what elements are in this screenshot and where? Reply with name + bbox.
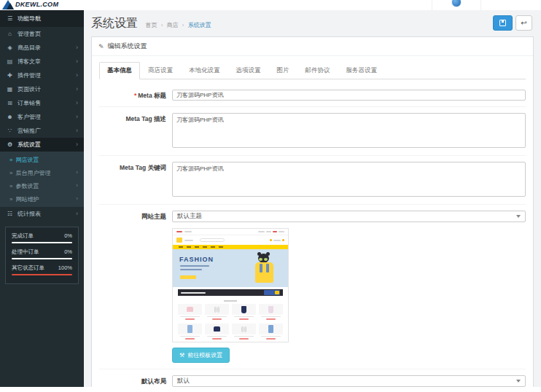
sidebar-toggle[interactable]: ☰ 功能导航 xyxy=(0,10,84,27)
breadcrumb-separator: › xyxy=(182,22,184,28)
panel-title: 编辑系统设置 xyxy=(108,42,147,51)
save-floppy-icon xyxy=(499,20,506,26)
submenu-item-admin-users[interactable]: » 后台用户管理 › xyxy=(0,166,84,179)
sidebar-item-reports[interactable]: ☷ 统计报表 › xyxy=(0,207,84,221)
tab-options[interactable]: 选项设置 xyxy=(228,62,269,79)
form-group-meta-keywords: Meta Tag 关键词 刀客源码PHP资讯 xyxy=(99,156,526,205)
required-asterisk: * xyxy=(134,92,136,99)
save-button[interactable] xyxy=(493,15,513,31)
preview-product xyxy=(259,324,283,341)
system-settings-submenu: » 网店设置 » 后台用户管理 › » 参数设置 › » xyxy=(0,152,84,207)
sidebar-item-dashboard[interactable]: ⌂ 管理首页 xyxy=(0,27,84,41)
sidebar-item-system-settings[interactable]: ⚙ 系统设置 › xyxy=(0,138,84,152)
monitor-icon: ▦ xyxy=(6,86,14,93)
preview-promo-strip xyxy=(178,289,283,296)
breadcrumb-current[interactable]: 系统设置 xyxy=(188,22,211,28)
sidebar-item-design[interactable]: ▦ 页面设计 › xyxy=(0,82,84,96)
preview-model-figure xyxy=(253,252,278,284)
main-content: 系统设置 首页 › 商店 › 系统设置 ↩ xyxy=(84,10,541,387)
form-group-meta-title: *Meta 标题 xyxy=(99,84,526,107)
preview-logo-row xyxy=(173,235,288,245)
order-stats-panel: 完成订单 0% 处理中订单 0% 其它状态订单 100% xyxy=(5,227,79,284)
sidebar-item-extensions[interactable]: ✚ 插件管理 › xyxy=(0,68,84,82)
bullet-icon: » xyxy=(9,196,12,203)
chevron-right-icon: › xyxy=(76,128,78,134)
tab-store[interactable]: 商店设置 xyxy=(140,62,181,79)
bullet-icon: » xyxy=(9,170,12,176)
chevron-right-icon: › xyxy=(76,141,78,148)
go-to-template-settings-button[interactable]: ⚒ 前往模板设置 xyxy=(172,348,230,363)
chevron-right-icon: › xyxy=(76,196,78,202)
progress-bar xyxy=(12,258,72,259)
preview-banner-button xyxy=(180,275,196,279)
back-arrow-icon: ↩ xyxy=(521,20,526,27)
settings-form: *Meta 标题 Meta Tag 描述 刀客源码PHP资讯 xyxy=(99,79,526,387)
sidebar: ☰ 功能导航 ⌂ 管理首页 ◈ 商品目录 › ▤ 博客文章 › xyxy=(0,10,84,387)
layout: ☰ 功能导航 ⌂ 管理首页 ◈ 商品目录 › ▤ 博客文章 › xyxy=(0,10,541,387)
header-action-buttons: ↩ xyxy=(493,15,532,31)
tab-image[interactable]: 图片 xyxy=(269,62,297,79)
settings-panel: ✎ 编辑系统设置 基本信息 商店设置 本地化设置 选项设置 图片 邮件协议 服务… xyxy=(91,36,534,387)
chevron-right-icon: › xyxy=(76,72,78,79)
logo-icon xyxy=(2,0,14,9)
progress-bar xyxy=(12,242,72,243)
preview-product xyxy=(178,304,202,321)
page-title: 系统设置 xyxy=(91,17,138,29)
sidebar-header-label: 功能导航 xyxy=(17,15,41,23)
hamburger-icon: ☰ xyxy=(6,15,14,22)
chevron-right-icon: › xyxy=(76,114,78,120)
sidebar-item-orders[interactable]: ⊞ 订单销售 › xyxy=(0,96,84,110)
preview-product xyxy=(232,324,256,341)
tag-icon: ◈ xyxy=(6,44,14,51)
tab-mail[interactable]: 邮件协议 xyxy=(297,62,338,79)
meta-description-textarea[interactable]: 刀客源码PHP资讯 xyxy=(172,113,526,148)
sidebar-item-customers[interactable]: ☻ 客户管理 › xyxy=(0,110,84,124)
bar-chart-icon: ☷ xyxy=(6,211,14,217)
breadcrumb-store[interactable]: 商店 xyxy=(167,22,179,28)
topbar-user-menu[interactable] xyxy=(432,0,481,10)
cart-icon: ⊞ xyxy=(6,100,14,106)
theme-preview-image: FASHION xyxy=(172,228,289,342)
caret-down-icon xyxy=(516,380,521,383)
sidebar-menu: ⌂ 管理首页 ◈ 商品目录 › ▤ 博客文章 › ✚ 插件管理 › xyxy=(0,27,84,221)
sidebar-item-marketing[interactable]: ∵ 营销推广 › xyxy=(0,124,84,138)
tab-localisation[interactable]: 本地化设置 xyxy=(181,62,228,79)
breadcrumb-home[interactable]: 首页 xyxy=(145,22,157,28)
preview-product-grid xyxy=(173,303,288,341)
preview-logo xyxy=(176,238,182,243)
user-avatar-icon xyxy=(451,0,462,7)
submenu-item-parameters[interactable]: » 参数设置 › xyxy=(0,179,84,192)
logo[interactable]: DKEWL.COM xyxy=(2,0,58,9)
chevron-right-icon: › xyxy=(76,100,78,106)
preview-product xyxy=(178,324,202,341)
back-button[interactable]: ↩ xyxy=(515,15,532,31)
topbar: DKEWL.COM xyxy=(0,0,541,10)
preview-product xyxy=(232,304,256,321)
submenu-item-maintenance[interactable]: » 网站维护 › xyxy=(0,192,84,205)
stat-other-orders: 其它状态订单 100% xyxy=(12,264,72,275)
submenu-item-store-settings[interactable]: » 网店设置 xyxy=(0,153,84,166)
stat-label: 完成订单 xyxy=(12,232,34,240)
preview-banner-text: FASHION xyxy=(179,256,214,263)
tab-server[interactable]: 服务器设置 xyxy=(338,62,386,79)
form-group-layout: 默认布局 默认 xyxy=(99,369,526,387)
layout-select-value: 默认 xyxy=(177,377,190,385)
share-icon: ∵ xyxy=(6,128,14,134)
meta-title-input[interactable] xyxy=(172,90,526,101)
panel-body: 基本信息 商店设置 本地化设置 选项设置 图片 邮件协议 服务器设置 *Meta… xyxy=(92,56,533,387)
meta-keywords-textarea[interactable]: 刀客源码PHP资讯 xyxy=(172,162,526,197)
stat-value: 0% xyxy=(64,232,72,240)
sidebar-item-blog[interactable]: ▤ 博客文章 › xyxy=(0,55,84,68)
sidebar-item-catalog[interactable]: ◈ 商品目录 › xyxy=(0,41,84,55)
tab-general[interactable]: 基本信息 xyxy=(99,62,140,79)
preview-hero-banner: FASHION xyxy=(173,249,288,287)
stat-label: 其它状态订单 xyxy=(12,264,44,272)
chevron-right-icon: › xyxy=(76,58,78,65)
preview-topbar xyxy=(173,229,288,235)
form-group-theme: 网站主题 默认主题 xyxy=(99,205,526,369)
layout-select[interactable]: 默认 xyxy=(172,375,526,387)
theme-select[interactable]: 默认主题 xyxy=(172,211,526,222)
preview-product xyxy=(205,304,229,321)
breadcrumb-separator: › xyxy=(161,22,163,28)
chevron-right-icon: › xyxy=(76,44,78,51)
